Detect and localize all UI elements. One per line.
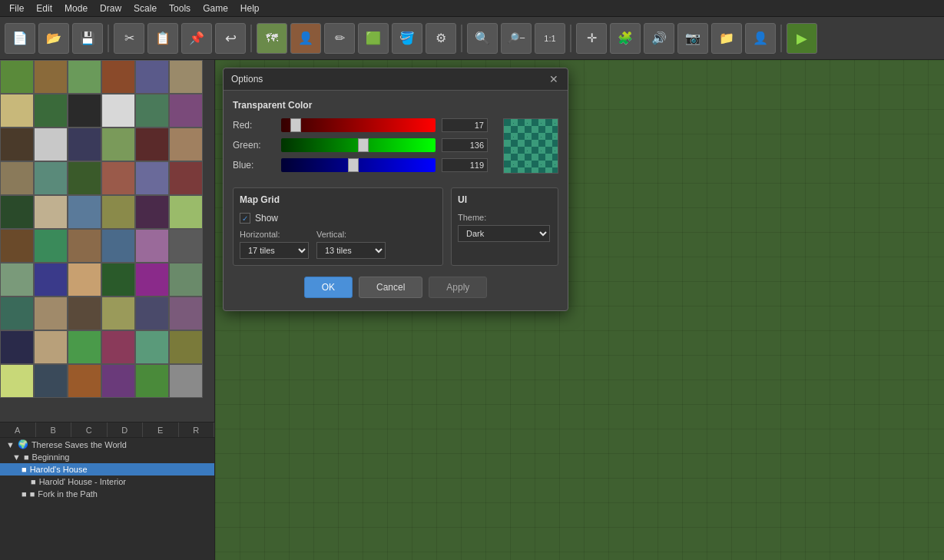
cut-button[interactable]: ✂ [114, 23, 144, 54]
tile-cell[interactable] [135, 330, 169, 364]
tile-cell[interactable] [0, 128, 34, 161]
menu-tools[interactable]: Tools [163, 2, 197, 15]
tile-cell[interactable] [68, 263, 101, 297]
puzzle-button[interactable]: 🧩 [610, 23, 641, 54]
tile-cell[interactable] [0, 263, 34, 297]
ok-button[interactable]: OK [304, 277, 353, 298]
horizontal-select[interactable]: 17 tiles 13 tiles 9 tiles 5 tiles [240, 242, 309, 259]
tile-cell[interactable] [34, 195, 68, 229]
tile-cell[interactable] [68, 297, 101, 330]
move-button[interactable]: ✛ [576, 23, 607, 54]
red-slider[interactable] [281, 118, 436, 132]
open-button[interactable]: 📂 [38, 23, 69, 54]
tile-cell[interactable] [34, 330, 68, 364]
tile-cell[interactable] [34, 229, 68, 263]
tile-cell[interactable] [169, 364, 203, 398]
folder-button[interactable]: 📁 [711, 23, 742, 54]
tile-cell[interactable] [34, 297, 68, 330]
undo-button[interactable]: ↩ [215, 23, 246, 54]
tile-cell[interactable] [101, 297, 135, 330]
char-button[interactable]: 👤 [745, 23, 776, 54]
tile-cell[interactable] [101, 94, 135, 128]
tile-cell[interactable] [169, 229, 203, 263]
menu-draw[interactable]: Draw [94, 2, 128, 15]
menu-scale[interactable]: Scale [128, 2, 163, 15]
tile-cell[interactable] [135, 161, 169, 195]
tile-cell[interactable] [68, 94, 101, 128]
tile-cell[interactable] [0, 60, 34, 94]
tile-cell[interactable] [0, 229, 34, 263]
tile-cell[interactable] [135, 229, 169, 263]
paste-button[interactable]: 📌 [181, 23, 212, 54]
settings-button[interactable]: ⚙ [426, 23, 456, 54]
show-checkbox[interactable]: ✓ [240, 213, 250, 224]
tree-item-fork[interactable]: ■ ■ Fork in the Path [0, 488, 214, 500]
tile-cell[interactable] [0, 195, 34, 229]
vertical-select[interactable]: 13 tiles 17 tiles 9 tiles 5 tiles [316, 242, 386, 259]
blue-slider[interactable] [281, 158, 436, 172]
tile-cell[interactable] [34, 161, 68, 195]
menu-mode[interactable]: Mode [58, 2, 94, 15]
tile-cell[interactable] [0, 330, 34, 364]
tile-cell[interactable] [169, 60, 203, 94]
tile-cell[interactable] [135, 128, 169, 161]
tile-cell[interactable] [68, 60, 101, 94]
cancel-button[interactable]: Cancel [359, 277, 422, 298]
tile-cell[interactable] [101, 229, 135, 263]
tile-cell[interactable] [169, 161, 203, 195]
dialog-close-button[interactable]: ✕ [548, 73, 560, 85]
tile-cell[interactable] [101, 364, 135, 398]
menu-edit[interactable]: Edit [30, 2, 58, 15]
menu-game[interactable]: Game [197, 2, 234, 15]
zoom-out-button[interactable]: 🔎− [501, 23, 532, 54]
tile-cell[interactable] [169, 297, 203, 330]
tile-cell[interactable] [34, 60, 68, 94]
tile-cell[interactable] [169, 128, 203, 161]
tile-cell[interactable] [135, 364, 169, 398]
copy-button[interactable]: 📋 [147, 23, 178, 54]
tile-cell[interactable] [101, 161, 135, 195]
tree-item-haroilds-house-interior[interactable]: ■ Harold' House - Interior [0, 476, 214, 488]
tile-cell[interactable] [101, 128, 135, 161]
map-area[interactable]: Options ✕ Transparent Color Red: [215, 60, 944, 560]
fill-button[interactable]: 🟩 [358, 23, 389, 54]
green-slider[interactable] [281, 138, 436, 152]
tile-cell[interactable] [68, 330, 101, 364]
tile-cell[interactable] [169, 263, 203, 297]
tile-cell[interactable] [68, 364, 101, 398]
apply-button[interactable]: Apply [429, 277, 487, 298]
play-button[interactable]: ▶ [787, 23, 817, 54]
tile-cell[interactable] [68, 161, 101, 195]
tile-cell[interactable] [0, 297, 34, 330]
save-button[interactable]: 💾 [72, 23, 103, 54]
tile-cell[interactable] [169, 94, 203, 128]
tile-cell[interactable] [135, 195, 169, 229]
tile-cell[interactable] [34, 364, 68, 398]
tile-cell[interactable] [101, 330, 135, 364]
pencil-button[interactable]: ✏ [324, 23, 355, 54]
new-button[interactable]: 📄 [5, 23, 35, 54]
tile-cell[interactable] [135, 263, 169, 297]
theme-select[interactable]: Dark Light Classic [458, 225, 550, 242]
menu-file[interactable]: File [3, 2, 30, 15]
tile-cell[interactable] [34, 263, 68, 297]
tree-item-project[interactable]: ▼ 🌍 Therese Saves the World [0, 438, 214, 451]
tile-cell[interactable] [34, 94, 68, 128]
camera-button[interactable]: 📷 [677, 23, 708, 54]
tile-cell[interactable] [169, 195, 203, 229]
tile-cell[interactable] [135, 94, 169, 128]
terrain-button[interactable]: 🗺 [257, 23, 287, 54]
tile-cell[interactable] [101, 195, 135, 229]
tile-cell[interactable] [101, 60, 135, 94]
tileset-scroll[interactable] [0, 60, 214, 406]
red-spinbox[interactable] [442, 118, 488, 132]
bucket-button[interactable]: 🪣 [392, 23, 422, 54]
tile-cell[interactable] [68, 128, 101, 161]
tile-cell[interactable] [68, 229, 101, 263]
tile-cell[interactable] [169, 330, 203, 364]
blue-spinbox[interactable] [442, 158, 488, 172]
menu-help[interactable]: Help [234, 2, 266, 15]
tile-cell[interactable] [0, 364, 34, 398]
green-spinbox[interactable] [442, 138, 488, 152]
tile-cell[interactable] [0, 161, 34, 195]
